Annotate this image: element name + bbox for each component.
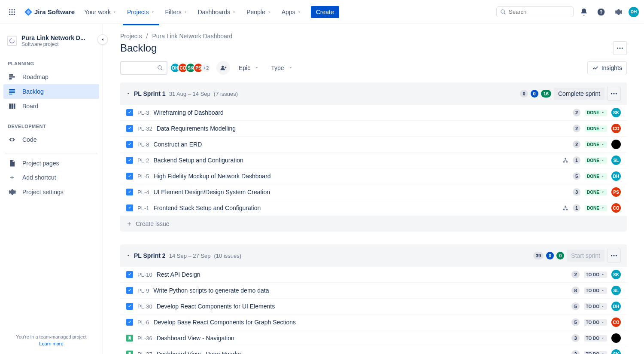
- assignee-avatar[interactable]: [611, 140, 621, 149]
- issue-row[interactable]: PL-2 Backend Setup and Configuration 1 D…: [120, 153, 627, 168]
- issue-key[interactable]: PL-1: [137, 205, 149, 211]
- status-dropdown[interactable]: TO DO: [584, 319, 607, 326]
- issue-summary[interactable]: Write Python scripts to generate demo da…: [153, 287, 567, 294]
- issue-summary[interactable]: Backend Setup and Configuration: [153, 157, 558, 164]
- issue-key[interactable]: PL-37: [137, 351, 152, 354]
- issue-summary[interactable]: Develop React Components for UI Elements: [157, 303, 568, 310]
- issue-row[interactable]: PL-1 Frontend Stack Setup and Configurat…: [120, 200, 627, 216]
- issue-key[interactable]: PL-30: [137, 303, 152, 310]
- issue-row[interactable]: PL-32 Data Requirements Modelling 2 DONE…: [120, 121, 627, 137]
- issue-key[interactable]: PL-5: [137, 173, 149, 180]
- assignee-avatar[interactable]: SL: [611, 156, 621, 165]
- issue-row[interactable]: PL-8 Construct an ERD 2 DONE: [120, 137, 627, 153]
- sidebar-item-roadmap[interactable]: Roadmap: [3, 70, 99, 84]
- search-input[interactable]: [509, 9, 570, 15]
- breadcrumb-project[interactable]: Pura Link Network Dashboard: [152, 33, 232, 40]
- sprint-action-button[interactable]: Complete sprint: [554, 88, 605, 100]
- issue-key[interactable]: PL-36: [137, 335, 152, 342]
- app-switcher-icon[interactable]: [5, 5, 19, 19]
- status-dropdown[interactable]: TO DO: [584, 287, 607, 294]
- issue-key[interactable]: PL-6: [137, 319, 149, 326]
- help-icon[interactable]: ?: [594, 5, 608, 19]
- issue-key[interactable]: PL-32: [137, 125, 152, 132]
- status-dropdown[interactable]: DONE: [585, 141, 607, 148]
- sidebar-learn-more-link[interactable]: Learn more: [3, 341, 99, 346]
- issue-summary[interactable]: Develop Base React Components for Graph …: [153, 319, 567, 326]
- status-dropdown[interactable]: DONE: [585, 125, 607, 132]
- issue-summary[interactable]: High Fidelity Mockup of Network Dashboar…: [153, 173, 568, 180]
- sidebar-item-backlog[interactable]: Backlog: [3, 84, 99, 99]
- sprint-toggle[interactable]: [126, 253, 131, 258]
- issue-row[interactable]: PL-37 Dashboard View - Page Header 2 TO …: [120, 346, 627, 354]
- nav-dashboards[interactable]: Dashboards: [194, 6, 241, 18]
- nav-people[interactable]: People: [242, 6, 276, 18]
- issue-summary[interactable]: UI Element Design/Design System Creation: [153, 189, 568, 195]
- status-dropdown[interactable]: DONE: [585, 173, 607, 180]
- filter-type-dropdown[interactable]: Type: [267, 62, 296, 74]
- issue-summary[interactable]: Frontend Stack Setup and Configuration: [153, 204, 558, 211]
- assignee-avatar[interactable]: SK: [611, 108, 621, 117]
- sidebar-item-add shortcut[interactable]: Add shortcut: [3, 171, 99, 184]
- jira-logo[interactable]: Jira Software: [21, 8, 78, 16]
- assignee-avatar[interactable]: [611, 333, 621, 343]
- issue-row[interactable]: PL-36 Dashboard View - Navigation 3 TO D…: [120, 330, 627, 346]
- issue-row[interactable]: PL-9 Write Python scripts to generate de…: [120, 283, 627, 299]
- assignee-avatar[interactable]: SK: [611, 270, 621, 279]
- page-more-button[interactable]: [613, 41, 627, 55]
- issue-summary[interactable]: Rest API Design: [157, 271, 568, 278]
- issue-summary[interactable]: Wireframing of Dashboard: [153, 109, 568, 116]
- status-dropdown[interactable]: TO DO: [584, 351, 607, 354]
- filter-search[interactable]: [120, 61, 167, 75]
- global-search[interactable]: [496, 6, 574, 17]
- status-dropdown[interactable]: DONE: [585, 205, 607, 211]
- nav-apps[interactable]: Apps: [277, 6, 306, 18]
- sidebar-collapse-button[interactable]: [97, 34, 108, 45]
- issue-row[interactable]: PL-5 High Fidelity Mockup of Network Das…: [120, 168, 627, 184]
- status-dropdown[interactable]: DONE: [585, 189, 607, 195]
- assignee-avatar[interactable]: DH: [611, 302, 621, 311]
- issue-row[interactable]: PL-4 UI Element Design/Design System Cre…: [120, 184, 627, 200]
- issue-row[interactable]: PL-6 Develop Base React Components for G…: [120, 314, 627, 330]
- add-person-button[interactable]: [216, 61, 230, 75]
- create-issue-button[interactable]: Create issue: [120, 216, 627, 232]
- assignee-avatar[interactable]: SK: [611, 349, 621, 354]
- status-dropdown[interactable]: DONE: [585, 157, 607, 164]
- status-dropdown[interactable]: TO DO: [584, 335, 607, 342]
- nav-your work[interactable]: Your work: [80, 6, 121, 18]
- issue-summary[interactable]: Dashboard View - Navigation: [157, 335, 568, 342]
- assignee-avatar[interactable]: DH: [611, 171, 621, 181]
- issue-summary[interactable]: Construct an ERD: [153, 141, 568, 148]
- profile-avatar[interactable]: DH: [629, 7, 639, 17]
- issue-key[interactable]: PL-3: [137, 110, 149, 116]
- assignee-avatar[interactable]: PS: [611, 187, 621, 197]
- sidebar-item-project pages[interactable]: Project pages: [3, 156, 99, 171]
- avatar-overflow[interactable]: +2: [201, 63, 211, 73]
- sprint-more-button[interactable]: [607, 87, 621, 101]
- filter-epic-dropdown[interactable]: Epic: [235, 62, 262, 74]
- sidebar-item-board[interactable]: Board: [3, 99, 99, 113]
- notifications-icon[interactable]: [577, 5, 591, 19]
- issue-summary[interactable]: Data Requirements Modelling: [157, 125, 568, 132]
- sprint-more-button[interactable]: [607, 249, 621, 262]
- issue-row[interactable]: PL-10 Rest API Design 2 TO DO SK: [120, 267, 627, 283]
- create-button[interactable]: Create: [311, 6, 339, 18]
- issue-key[interactable]: PL-2: [137, 157, 149, 164]
- status-dropdown[interactable]: DONE: [585, 110, 607, 116]
- issue-row[interactable]: PL-3 Wireframing of Dashboard 2 DONE SK: [120, 105, 627, 121]
- nav-projects[interactable]: Projects: [123, 6, 159, 18]
- insights-button[interactable]: Insights: [587, 61, 627, 74]
- assignee-avatar[interactable]: CO: [611, 124, 621, 133]
- nav-filters[interactable]: Filters: [161, 6, 192, 18]
- issue-key[interactable]: PL-10: [137, 272, 152, 278]
- settings-icon[interactable]: [611, 5, 625, 19]
- assignee-avatar[interactable]: CO: [611, 317, 621, 327]
- sidebar-item-code[interactable]: Code: [3, 132, 99, 147]
- issue-key[interactable]: PL-9: [137, 287, 149, 294]
- status-dropdown[interactable]: TO DO: [584, 272, 607, 278]
- sidebar-item-project settings[interactable]: Project settings: [3, 184, 99, 200]
- sprint-toggle[interactable]: [126, 92, 131, 96]
- breadcrumb-projects[interactable]: Projects: [120, 33, 142, 40]
- status-dropdown[interactable]: TO DO: [584, 303, 607, 310]
- issue-key[interactable]: PL-8: [137, 141, 149, 148]
- project-header[interactable]: Pura Link Network D... Software project: [3, 34, 99, 54]
